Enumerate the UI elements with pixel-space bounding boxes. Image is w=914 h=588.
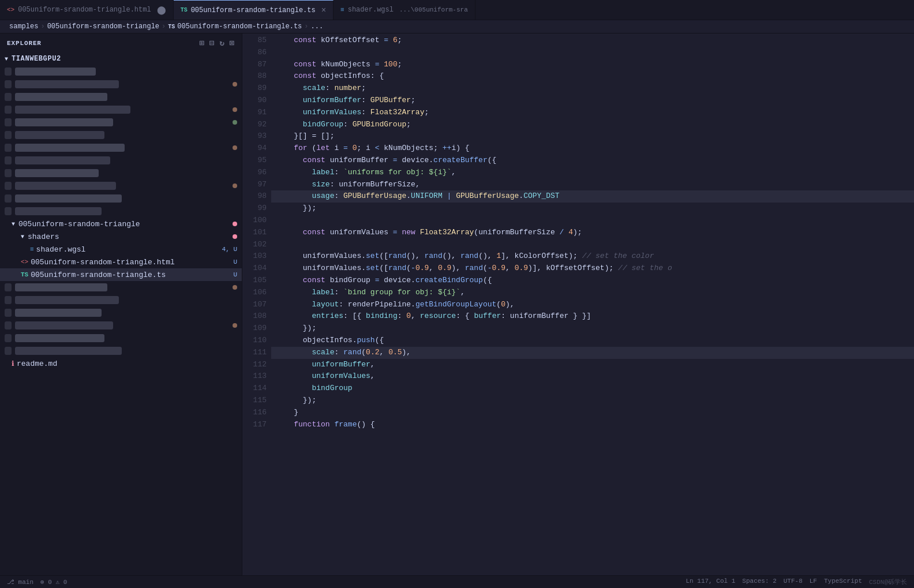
- new-folder-icon[interactable]: ⊟: [209, 38, 215, 48]
- wgsl-filename: shader.wgsl: [36, 245, 86, 254]
- status-encoding[interactable]: UTF-8: [784, 578, 803, 586]
- collapse-icon[interactable]: ⊠: [230, 38, 235, 48]
- ln-89: 89: [247, 83, 267, 95]
- blurred-item-b5: [0, 332, 242, 344]
- wgsl-file-icon: ≡: [30, 246, 34, 253]
- code-line-115: });: [271, 395, 914, 407]
- tab-ts[interactable]: TS 005uniform-srandom-triangle.ts ×: [174, 0, 334, 20]
- editor: 85 86 87 88 89 90 91 92 93 94 95 96 97 9…: [242, 33, 914, 575]
- code-line-90: uniformBuffer: GPUBuffer;: [271, 95, 914, 107]
- ts-badge: U: [233, 271, 237, 278]
- status-lineending[interactable]: LF: [810, 578, 817, 586]
- code-line-88: const objectInfos: {: [271, 70, 914, 83]
- folder-chevron: ▼: [12, 221, 15, 227]
- code-line-113: uniformValues,: [271, 370, 914, 383]
- tab-html-modified[interactable]: ⬤: [157, 5, 166, 15]
- code-line-95: const uniformBuffer = device.createBuffe…: [271, 155, 914, 167]
- blurred-item-5: [0, 116, 242, 129]
- ln-91: 91: [247, 107, 267, 119]
- sep1: ›: [40, 23, 44, 31]
- code-line-98: usage: GPUBufferUsage.UNIFORM | GPUBuffe…: [271, 190, 914, 203]
- ts-icon: TS: [181, 7, 188, 13]
- ln-110: 110: [247, 335, 267, 347]
- code-line-109: });: [271, 323, 914, 335]
- refresh-icon[interactable]: ↻: [219, 38, 224, 48]
- new-file-icon[interactable]: ⊞: [200, 38, 205, 48]
- ln-94: 94: [247, 143, 267, 155]
- code-line-117: function frame() {: [271, 419, 914, 431]
- tab-wgsl[interactable]: ≡ shader.wgsl ...\005uniform-sra: [334, 0, 475, 20]
- html-badge: U: [233, 259, 237, 265]
- blurred-item-10: [0, 179, 242, 192]
- blurred-item-b6: [0, 344, 242, 357]
- breadcrumb-samples[interactable]: samples: [9, 23, 38, 31]
- ln-113: 113: [247, 370, 267, 383]
- ln-90: 90: [247, 95, 267, 107]
- tab-ts-close[interactable]: ×: [321, 6, 326, 15]
- project-root[interactable]: ▼ TIANWEBGPU2: [0, 53, 242, 65]
- folder-name: 005uniform-srandom-triangle: [18, 220, 140, 229]
- project-name: TIANWEBGPU2: [12, 55, 61, 63]
- sep3: ›: [304, 23, 308, 31]
- status-position[interactable]: Ln 117, Col 1: [686, 578, 736, 586]
- code-line-105: const bindGroup = device.createBindGroup…: [271, 275, 914, 287]
- ln-97: 97: [247, 179, 267, 191]
- blurred-item-9: [0, 167, 242, 179]
- folder-badge: [233, 222, 237, 226]
- blurred-item-b2: [0, 294, 242, 306]
- main-layout: EXPLORER ⊞ ⊟ ↻ ⊠ ▼ TIANWEBGPU2: [0, 33, 914, 575]
- code-line-112: uniformBuffer,: [271, 359, 914, 371]
- ln-88: 88: [247, 70, 267, 83]
- code-line-104: uniformValues.set([rand(-0.9, 0.9), rand…: [271, 263, 914, 275]
- status-language[interactable]: TypeScript: [824, 578, 862, 586]
- sidebar: EXPLORER ⊞ ⊟ ↻ ⊠ ▼ TIANWEBGPU2: [0, 33, 242, 575]
- status-spaces[interactable]: Spaces: 2: [742, 578, 776, 586]
- status-errors[interactable]: ⊗ 0 ⚠ 0: [40, 578, 67, 586]
- file-html[interactable]: <> 005uniform-srandom-triangle.html U: [0, 256, 242, 268]
- ln-98: 98: [247, 190, 267, 203]
- shaders-badge: [233, 234, 237, 239]
- breadcrumb-file[interactable]: 005uniform-srandom-triangle.ts: [177, 23, 302, 31]
- sidebar-header: EXPLORER ⊞ ⊟ ↻ ⊠: [0, 33, 242, 53]
- file-shader-wgsl[interactable]: ≡ shader.wgsl 4, U: [0, 243, 242, 256]
- editor-content[interactable]: 85 86 87 88 89 90 91 92 93 94 95 96 97 9…: [242, 33, 914, 575]
- shaders-chevron: ▼: [21, 234, 24, 240]
- blurred-item-1: [0, 65, 242, 78]
- file-ts-active[interactable]: TS 005uniform-srandom-triangle.ts U: [0, 268, 242, 281]
- file-readme[interactable]: ℹ readme.md: [0, 357, 242, 370]
- code-line-110: objectInfos.push({: [271, 335, 914, 347]
- html-icon: <>: [7, 6, 14, 13]
- code-line-92: bindGroup: GPUBindGroup;: [271, 119, 914, 131]
- ln-85: 85: [247, 35, 267, 47]
- wgsl-icon: ≡: [340, 6, 344, 13]
- blurred-item-2: [0, 78, 242, 91]
- tab-wgsl-label: shader.wgsl: [348, 6, 394, 14]
- ln-106: 106: [247, 287, 267, 299]
- tab-wgsl-path: ...\005uniform-sra: [399, 6, 468, 13]
- breadcrumb-folder[interactable]: 005uniform-srandom-triangle: [47, 23, 159, 31]
- html-file-icon: <>: [21, 259, 28, 265]
- tab-html-label: 005uniform-srandom-triangle.html: [18, 6, 151, 14]
- ln-93: 93: [247, 130, 267, 143]
- code-line-101: const uniformValues = new Float32Array(u…: [271, 227, 914, 239]
- status-right: Ln 117, Col 1 Spaces: 2 UTF-8 LF TypeScr…: [686, 578, 908, 586]
- code-line-100: [271, 215, 914, 227]
- blurred-item-b3: [0, 306, 242, 319]
- ln-86: 86: [247, 47, 267, 59]
- breadcrumb-more[interactable]: ...: [311, 23, 324, 31]
- ln-102: 102: [247, 239, 267, 251]
- code-line-91: uniformValues: Float32Array;: [271, 107, 914, 119]
- ln-115: 115: [247, 395, 267, 407]
- folder-shaders[interactable]: ▼ shaders: [0, 230, 242, 243]
- tab-html[interactable]: <> 005uniform-srandom-triangle.html ⬤: [0, 0, 174, 20]
- code-line-102: [271, 239, 914, 251]
- sidebar-content: ▼ TIANWEBGPU2: [0, 53, 242, 575]
- code-area[interactable]: const kOffsetOffset = 6; const kNumObjec…: [271, 33, 914, 575]
- ln-101: 101: [247, 227, 267, 239]
- ln-107: 107: [247, 299, 267, 311]
- ts-filename: 005uniform-srandom-triangle.ts: [31, 271, 166, 279]
- sidebar-actions: ⊞ ⊟ ↻ ⊠: [200, 38, 235, 48]
- ln-105: 105: [247, 275, 267, 287]
- folder-005uniform[interactable]: ▼ 005uniform-srandom-triangle: [0, 218, 242, 230]
- status-branch[interactable]: ⎇ main: [7, 578, 33, 586]
